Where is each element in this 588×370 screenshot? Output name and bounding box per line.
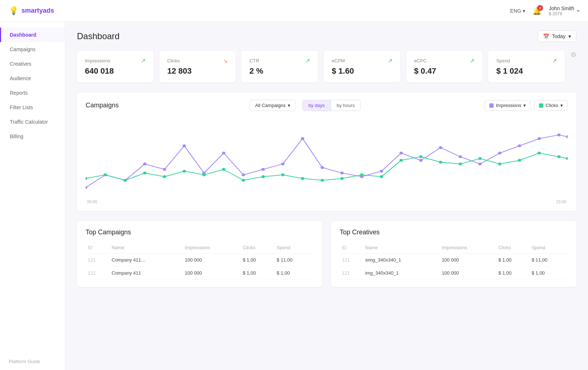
lang-selector[interactable]: ENG ▾ — [510, 8, 525, 14]
sidebar-item-reports[interactable]: Reports — [0, 86, 65, 100]
chart-dot — [261, 175, 265, 178]
toolbar-controls: All Campaigns ▾ by days by hours — [250, 100, 361, 111]
top-creatives-table: ID Name Impressions Clicks Spend 121 sim… — [340, 242, 568, 280]
col-header-name: Name — [363, 242, 440, 254]
chart-dot — [183, 170, 186, 173]
notification-badge: 2 — [537, 5, 543, 11]
chart-dot — [380, 170, 383, 173]
stat-label-spend: Spend — [496, 58, 510, 63]
stat-label-ecpc: eCPC — [414, 58, 427, 63]
top-campaigns-table: ID Name Impressions Clicks Spend 121 Com… — [86, 242, 314, 280]
table-row: 121 simg_340x340_1 100 000 $ 1,00 $ 11,0… — [340, 254, 568, 267]
chart-dot — [419, 155, 423, 158]
chart-dot — [340, 172, 344, 174]
sidebar: Dashboard Campaigns Creatives Audience R… — [0, 22, 65, 370]
chart-dot — [360, 173, 364, 176]
chart-dot — [380, 175, 383, 178]
tab-by-days[interactable]: by days — [303, 100, 331, 111]
stat-card-ecpc: eCPC ↗ $ 0.47 — [406, 51, 483, 82]
stat-value-spend: $ 1 024 — [496, 66, 557, 76]
campaigns-dropdown[interactable]: All Campaigns ▾ — [250, 100, 296, 111]
chart-dot — [281, 163, 285, 165]
chart-area: 00:00 23:00 — [86, 117, 568, 204]
chart-dot — [202, 173, 206, 176]
top-creatives-section: Top Creatives ID Name Impressions Clicks… — [331, 221, 576, 287]
cell-name: img_340x340_1 — [363, 267, 440, 280]
cell-impressions: 100 000 — [183, 267, 241, 280]
stats-settings-icon[interactable]: ⚙ — [571, 51, 576, 82]
legend-impressions-btn[interactable]: Impressions ▾ — [485, 100, 531, 111]
chart-dot — [498, 152, 502, 155]
user-chevron-icon: ▾ — [577, 8, 579, 13]
chart-dot — [222, 152, 225, 155]
sidebar-item-audience[interactable]: Audience — [0, 71, 65, 86]
stat-trend-ctr: ↗ — [305, 57, 310, 64]
col-header-id: ID — [86, 242, 110, 254]
top-creatives-title: Top Creatives — [340, 229, 568, 236]
stat-trend-impressions: ↗ — [141, 57, 146, 64]
chart-dot — [439, 161, 442, 164]
chart-dot — [399, 159, 403, 162]
lang-label: ENG — [510, 8, 521, 14]
impressions-legend-chevron: ▾ — [523, 103, 526, 108]
chart-dot — [163, 175, 166, 178]
campaigns-section: Campaigns All Campaigns ▾ by days by hou… — [77, 92, 576, 211]
chart-dot — [242, 179, 245, 182]
notification-button[interactable]: 🔔 2 — [532, 7, 542, 15]
date-label: Today — [552, 33, 565, 39]
chart-labels: 00:00 23:00 — [86, 200, 568, 204]
lang-chevron-icon: ▾ — [523, 8, 525, 14]
sidebar-item-dashboard[interactable]: Dashboard — [0, 28, 65, 42]
chart-dot — [478, 163, 482, 165]
cell-name: simg_340x340_1 — [363, 254, 440, 267]
stat-trend-spend: ↗ — [552, 57, 557, 64]
cell-clicks: $ 1,00 — [496, 267, 530, 280]
calendar-icon: 📅 — [543, 33, 549, 39]
stat-card-ecpm: eCPM ↗ $ 1.60 — [324, 51, 400, 82]
chart-dot — [143, 163, 147, 165]
clicks-legend-dot — [539, 103, 543, 108]
chart-dot — [458, 163, 462, 165]
stat-card-spend: Spend ↗ $ 1 024 — [488, 51, 565, 82]
col-header-spend: Spend — [530, 242, 568, 254]
legend-clicks-btn[interactable]: Clicks ▾ — [534, 100, 568, 111]
campaigns-dropdown-icon: ▾ — [288, 103, 290, 108]
chart-label-end: 23:00 — [556, 200, 566, 204]
logo[interactable]: 💡 smartyads — [9, 6, 54, 16]
cell-spend: $ 11,00 — [530, 254, 568, 267]
sidebar-item-filter-lists[interactable]: Filter Lists — [0, 100, 65, 115]
stat-card-impressions: Impressions ↗ 640 018 — [77, 51, 154, 82]
chart-dot — [320, 179, 324, 182]
stat-value-impressions: 640 018 — [85, 66, 146, 76]
stat-trend-ecpm: ↗ — [388, 57, 392, 64]
chart-dot — [301, 177, 305, 180]
col-header-spend: Spend — [274, 242, 314, 254]
toolbar-right: Impressions ▾ Clicks ▾ — [485, 100, 568, 111]
chart-dot — [183, 144, 186, 147]
chart-dot — [566, 157, 568, 160]
chart-dot — [340, 177, 344, 180]
date-chevron-icon: ▾ — [568, 33, 571, 39]
stat-label-impressions: Impressions — [85, 58, 110, 63]
platform-guide-link[interactable]: Platform Guide — [0, 353, 65, 370]
toolbar-left: Campaigns — [86, 102, 126, 109]
user-name: John Smith — [549, 5, 574, 11]
col-header-clicks: Clicks — [241, 242, 275, 254]
layout: Dashboard Campaigns Creatives Audience R… — [0, 22, 588, 370]
top-campaigns-section: Top Campaigns ID Name Impressions Clicks… — [77, 221, 322, 287]
sidebar-item-traffic-calculator[interactable]: Traffic Calculator — [0, 115, 65, 129]
tab-by-hours[interactable]: by hours — [331, 100, 361, 111]
chart-dot — [538, 137, 541, 140]
chart-dot — [557, 133, 561, 136]
user-info[interactable]: John Smith $ 2079 ▾ — [549, 5, 579, 16]
chart-dot — [518, 159, 521, 162]
stat-label-clicks: Clicks — [167, 58, 180, 63]
sidebar-item-billing[interactable]: Billing — [0, 129, 65, 144]
col-header-impressions: Impressions — [440, 242, 496, 254]
clicks-legend-chevron: ▾ — [560, 103, 563, 108]
sidebar-item-campaigns[interactable]: Campaigns — [0, 42, 65, 57]
chart-dot — [86, 177, 87, 180]
date-picker-button[interactable]: 📅 Today ▾ — [538, 30, 576, 42]
sidebar-item-creatives[interactable]: Creatives — [0, 57, 65, 71]
chart-dot — [538, 152, 541, 155]
